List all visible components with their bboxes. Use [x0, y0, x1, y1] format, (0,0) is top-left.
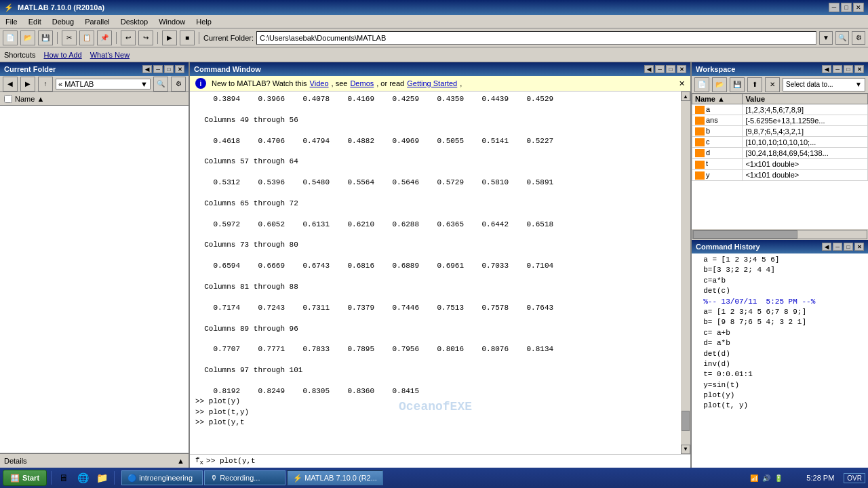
folder-settings-button[interactable]: ⚙: [852, 31, 865, 45]
folder-browse-button[interactable]: ▼: [819, 31, 833, 45]
close-button[interactable]: ✕: [853, 3, 864, 12]
command-scrollbar[interactable]: ▲ ▼: [681, 92, 690, 454]
hist-maximize-button[interactable]: □: [844, 243, 853, 251]
menu-window[interactable]: Window: [156, 17, 188, 26]
maximize-button[interactable]: □: [841, 3, 852, 12]
hist-line-7[interactable]: d= a*b: [694, 338, 865, 348]
folder-search-button[interactable]: 🔍: [153, 77, 168, 92]
ws-open-button[interactable]: 📂: [712, 77, 727, 92]
ws-var-d[interactable]: d [30,24,18;84,69,54;138...: [692, 148, 868, 159]
menu-help[interactable]: Help: [193, 17, 214, 26]
menu-parallel[interactable]: Parallel: [82, 17, 113, 26]
hist-line-3[interactable]: det(c): [694, 286, 865, 296]
panel-minimize-button[interactable]: ─: [153, 65, 163, 73]
hist-line-4[interactable]: a= [1 2 3;4 5 6;7 8 9;]: [694, 307, 865, 317]
menu-debug[interactable]: Debug: [50, 17, 77, 26]
folder-location-bar[interactable]: « MATLAB ▼: [56, 79, 151, 89]
scroll-down-arrow[interactable]: ▼: [681, 445, 690, 454]
getting-started-link[interactable]: Getting Started: [407, 79, 457, 87]
hist-line-2[interactable]: c=a*b: [694, 276, 865, 286]
hist-minimize-button[interactable]: ─: [833, 243, 842, 251]
hist-line-1[interactable]: b=[3 3;2 2; 4 4]: [694, 265, 865, 275]
taskbar-item-matlab[interactable]: ⚡ MATLAB 7.10.0 (R2...: [287, 470, 383, 485]
hist-line-8[interactable]: det(d): [694, 349, 865, 359]
cut-button[interactable]: ✂: [62, 30, 77, 45]
tray-battery-icon[interactable]: 🔋: [773, 472, 784, 483]
cmd-maximize-button[interactable]: □: [666, 65, 675, 73]
ws-var-b[interactable]: b [9,8,7;6,5,4;3,2,1]: [692, 126, 868, 137]
taskbar-item-recording[interactable]: 🎙 Recording...: [204, 470, 285, 485]
cmd-minimize-button[interactable]: ─: [655, 65, 665, 73]
scroll-up-arrow[interactable]: ▲: [681, 92, 690, 101]
redo-button[interactable]: ↪: [138, 30, 153, 45]
history-content[interactable]: a = [1 2 3;4 5 6] b=[3 3;2 2; 4 4] c=a*b…: [692, 253, 868, 468]
open-button[interactable]: 📂: [20, 30, 35, 45]
run-button[interactable]: ▶: [162, 30, 177, 45]
ws-maximize-button[interactable]: □: [844, 65, 853, 73]
ws-var-y[interactable]: y <1x101 double>: [692, 169, 868, 180]
hist-line-10[interactable]: t= 0:0.01:1: [694, 369, 865, 380]
ws-var-ans[interactable]: ans [-5.6295e+13,1.1259e...: [692, 115, 868, 126]
folder-path-input[interactable]: [256, 31, 816, 45]
hist-undock-button[interactable]: ◀: [822, 243, 831, 251]
menu-edit[interactable]: Edit: [26, 17, 44, 26]
taskbar-desktop-icon[interactable]: 🖥: [56, 470, 72, 486]
ws-var-a[interactable]: a [1,2,3;4,5,6;7,8,9]: [692, 104, 868, 115]
ws-new-var-button[interactable]: 📄: [694, 77, 709, 92]
whats-new-link[interactable]: What's New: [90, 51, 130, 59]
how-to-add-link[interactable]: How to Add: [43, 51, 81, 59]
paste-button[interactable]: 📌: [97, 30, 112, 45]
hist-line-9[interactable]: inv(d): [694, 359, 865, 369]
hist-line-11[interactable]: y=sin(t): [694, 380, 865, 390]
panel-close-button[interactable]: ✕: [175, 65, 184, 73]
ws-save-button[interactable]: 💾: [730, 77, 745, 92]
hist-line-5[interactable]: b= [9 8 7;6 5 4; 3 2 1]: [694, 317, 865, 327]
hist-line-13[interactable]: plot(t, y): [694, 401, 865, 411]
folder-options-button[interactable]: ⚙: [171, 77, 186, 92]
hist-close-button[interactable]: ✕: [854, 243, 864, 251]
cmd-close-button[interactable]: ✕: [677, 65, 686, 73]
menu-desktop[interactable]: Desktop: [118, 17, 151, 26]
scrollbar-thumb[interactable]: [682, 411, 690, 431]
nav-forward-button[interactable]: ▶: [20, 77, 35, 92]
copy-button[interactable]: 📋: [79, 30, 94, 45]
demos-link[interactable]: Demos: [350, 79, 374, 87]
hist-line-0[interactable]: a = [1 2 3;4 5 6]: [694, 255, 865, 265]
select-all-checkbox[interactable]: [4, 95, 12, 103]
panel-maximize-button[interactable]: □: [164, 65, 174, 73]
ws-import-button[interactable]: ⬆: [747, 77, 762, 92]
panel-undock-button[interactable]: ◀: [142, 65, 152, 73]
hist-line-6[interactable]: c= a+b: [694, 328, 865, 338]
details-expand-button[interactable]: ▲: [177, 457, 184, 465]
select-data-dropdown[interactable]: Select data to... ▼: [783, 78, 865, 92]
minimize-button[interactable]: ─: [829, 3, 840, 12]
command-input-area[interactable]: fx >> plot(y,t: [190, 454, 690, 468]
ws-var-t[interactable]: t <1x101 double>: [692, 159, 868, 169]
ws-delete-button[interactable]: ✕: [765, 77, 780, 92]
workspace-horizontal-scrollbar[interactable]: [692, 230, 867, 239]
ws-scroll-thumb[interactable]: [693, 230, 797, 239]
undo-button[interactable]: ↩: [121, 30, 136, 45]
stop-button[interactable]: ■: [180, 30, 195, 45]
taskbar-browser-icon[interactable]: 🌐: [75, 470, 91, 486]
taskbar-clock[interactable]: 5:28 PM: [785, 472, 840, 483]
info-close-button[interactable]: ✕: [679, 79, 685, 88]
tray-volume-icon[interactable]: 🔊: [761, 472, 772, 483]
taskbar-item-introengineering[interactable]: 🔵 introengineering: [121, 470, 203, 485]
hist-line-12[interactable]: plot(y): [694, 390, 865, 401]
scrollbar-track[interactable]: [681, 101, 690, 445]
folder-file-list[interactable]: [0, 106, 189, 453]
save-button[interactable]: 💾: [38, 30, 53, 45]
start-button[interactable]: 🪟 Start: [3, 470, 47, 486]
video-link[interactable]: Video: [310, 79, 329, 87]
folder-nav-button[interactable]: 🔍: [835, 31, 849, 45]
tray-network-icon[interactable]: 📶: [749, 472, 760, 483]
nav-up-button[interactable]: ↑: [38, 77, 53, 92]
cmd-undock-button[interactable]: ◀: [644, 65, 654, 73]
new-file-button[interactable]: 📄: [3, 30, 18, 45]
menu-file[interactable]: File: [3, 17, 20, 26]
taskbar-folder-icon[interactable]: 📁: [94, 470, 110, 486]
command-output[interactable]: 0.3894 0.3966 0.4078 0.4169 0.4259 0.435…: [190, 92, 681, 454]
ws-minimize-button[interactable]: ─: [833, 65, 842, 73]
ws-var-c[interactable]: c [10,10,10;10,10,10;...: [692, 137, 868, 148]
